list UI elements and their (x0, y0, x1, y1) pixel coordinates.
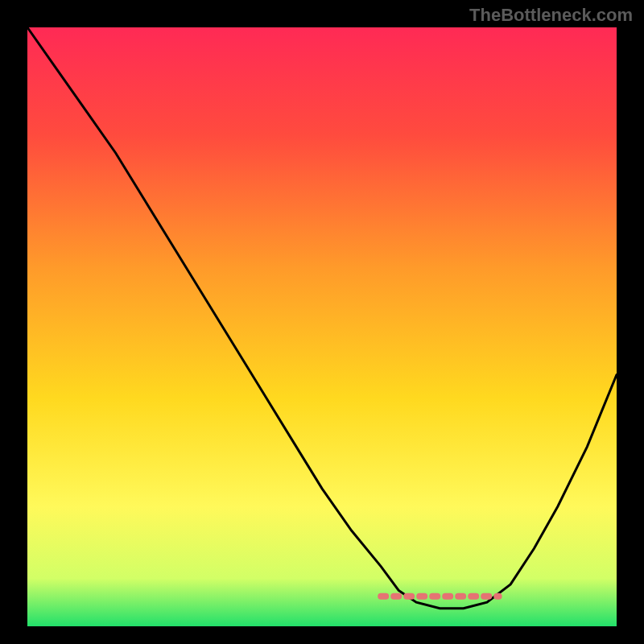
chart-container: TheBottleneck.com (0, 0, 644, 644)
plot-background (27, 27, 617, 626)
chart-svg (0, 0, 644, 644)
watermark-text: TheBottleneck.com (469, 5, 633, 26)
